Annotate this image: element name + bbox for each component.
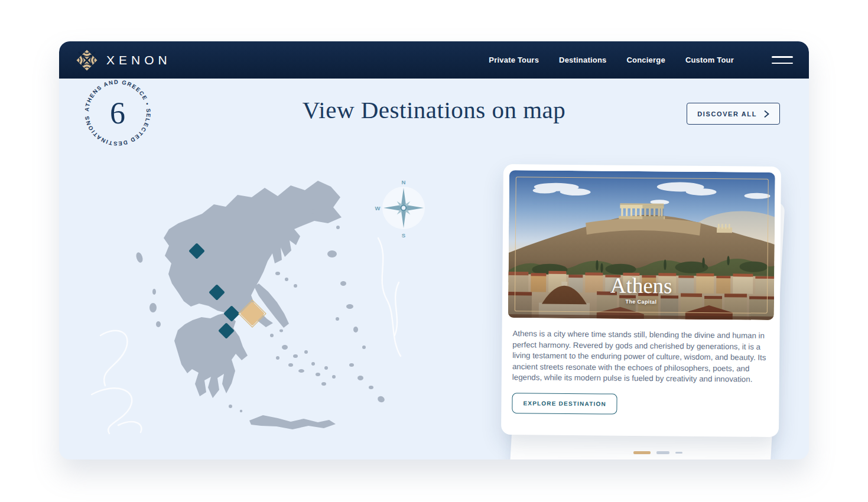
discover-all-button[interactable]: DISCOVER ALL <box>687 103 780 125</box>
wave-decoration <box>92 388 132 433</box>
main-panel: XENON Private Tours Destinations Concier… <box>59 41 809 459</box>
destination-card: Athens The Capital Athens is a city wher… <box>501 164 781 437</box>
compass-rose-icon: N E S W <box>375 179 425 239</box>
carousel-indicator-3[interactable] <box>675 452 682 454</box>
carousel-indicator-1-active[interactable] <box>633 451 651 454</box>
main-nav: Private Tours Destinations Concierge Cus… <box>489 56 793 64</box>
greece-map: N E S W <box>83 170 425 436</box>
header-bar: XENON Private Tours Destinations Concier… <box>59 41 809 79</box>
compass-south-label: S <box>402 232 405 239</box>
brand-logo[interactable]: XENON <box>75 48 171 72</box>
compass-west-label: W <box>375 205 381 211</box>
nav-item-destinations[interactable]: Destinations <box>559 56 606 64</box>
destination-photo: Athens The Capital <box>508 170 775 320</box>
wave-decoration <box>118 422 141 432</box>
chevron-right-icon <box>764 110 769 118</box>
compass-north-label: N <box>402 179 406 185</box>
brand-name: XENON <box>106 53 171 67</box>
carousel-indicator-2[interactable] <box>656 451 669 454</box>
explore-destination-button[interactable]: EXPLORE DESTINATION <box>512 393 617 415</box>
wave-decoration <box>378 238 401 356</box>
carousel-indicators <box>633 451 682 454</box>
peloponnese <box>174 313 248 398</box>
crete-island <box>249 415 336 429</box>
xenon-logo-icon <box>75 48 99 72</box>
nav-item-concierge[interactable]: Concierge <box>627 56 665 64</box>
nav-item-private-tours[interactable]: Private Tours <box>489 56 539 64</box>
hamburger-menu-icon[interactable] <box>772 56 793 64</box>
athens-photo-illustration <box>508 170 775 320</box>
destination-description: Athens is a city where time stands still… <box>512 328 769 386</box>
discover-all-label: DISCOVER ALL <box>697 110 757 118</box>
destination-card-stack: Athens The Capital Athens is a city wher… <box>502 165 780 443</box>
wave-decoration <box>395 282 399 335</box>
nav-item-custom-tour[interactable]: Custom Tour <box>685 56 734 64</box>
wave-decoration <box>100 331 128 386</box>
